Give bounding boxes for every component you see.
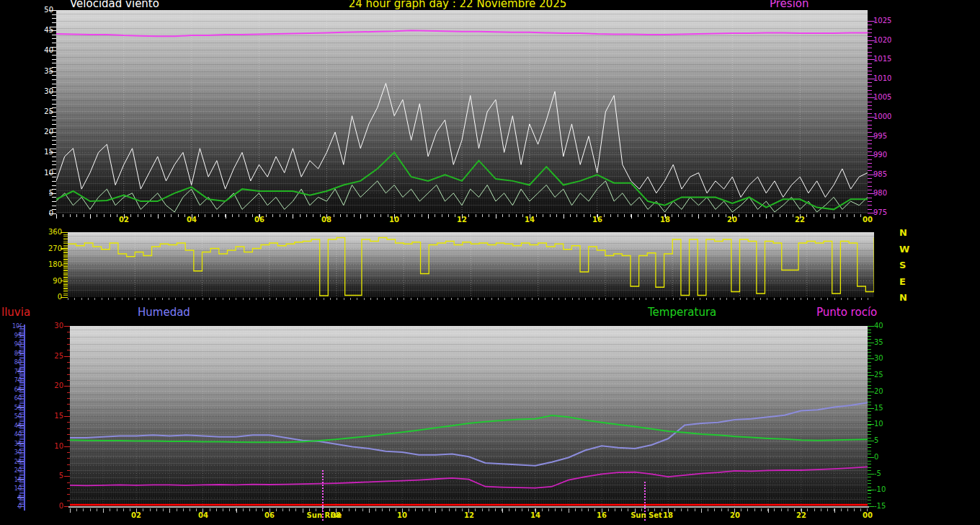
temperature-legend-label: Temperatura [648, 307, 716, 318]
pressure-axis-label: 1020 [873, 37, 891, 44]
temperature-axis-major-ticks [868, 326, 874, 508]
pressure-axis-label: 990 [873, 151, 887, 159]
dew-point-legend-label: Punto rocío [816, 307, 877, 318]
pressure-axis-label: 1000 [873, 113, 891, 120]
humidity-axis-label: 90 [12, 341, 22, 348]
wind-axis-label: 45 [33, 27, 53, 34]
temperature-axis-label: 10 [874, 420, 883, 428]
wind_direction-svg [68, 232, 874, 297]
direction-axis-label: 180 [40, 261, 62, 268]
humidity-legend-label: Humedad [138, 307, 190, 318]
humidity-axis-label: 35 [12, 441, 22, 447]
pressure-axis-label: 1015 [873, 56, 891, 63]
wind-axis-label: 0 [33, 210, 53, 217]
hour-label: 16 [592, 511, 611, 519]
humidity-axis-label: 80 [12, 359, 22, 366]
direction-axis-label: 0 [40, 294, 62, 301]
page-title: 24 hour graph day : 22 Noviembre 2025 [331, 0, 584, 9]
hour-label: 06 [250, 216, 269, 224]
hour-label: 10 [385, 216, 404, 224]
temperature-axis-label: 15 [874, 405, 883, 412]
temperature-axis-label: 30 [874, 355, 883, 362]
humidity-axis-label: 50 [12, 413, 22, 420]
humidity-axis-label: 0 [12, 503, 22, 510]
hour-label: 02 [115, 216, 133, 224]
wind-axis-label: 20 [33, 128, 53, 136]
humidity-axis-label: 20 [12, 467, 22, 474]
wind-speed-title: Velocidad viento [70, 0, 159, 9]
direction-axis-label: 90 [40, 278, 62, 285]
humidity-axis-label: 40 [12, 431, 22, 438]
humidity-axis-label: 85 [12, 350, 22, 357]
hour-label: 22 [792, 511, 811, 519]
pressure-axis-label: 1025 [873, 17, 891, 25]
temperature-axis-label: -10 [874, 486, 886, 493]
rain-axis-label: 5 [45, 472, 63, 480]
humidity-axis-label: 65 [12, 387, 22, 393]
hour-label: 16 [588, 216, 607, 224]
humidity-axis-label: 60 [12, 395, 22, 402]
hour-label: 14 [526, 511, 545, 519]
temperature-axis-label: 20 [874, 388, 883, 395]
hour-label: 22 [790, 216, 809, 224]
pressure-axis-label: 980 [873, 190, 887, 197]
rain-axis-label: 10 [45, 443, 63, 450]
compass-letter: E [899, 277, 906, 286]
pressure-axis-label: 1005 [873, 94, 891, 101]
hour-label: 14 [520, 216, 539, 224]
rain-axis-label: 25 [45, 353, 63, 360]
temperature-axis-label: 0 [874, 454, 878, 461]
direction-axis-label: 360 [40, 229, 62, 236]
humidity-axis-label: 55 [12, 405, 22, 411]
hour-label: 06 [260, 511, 279, 519]
humidity-temperature-plot [70, 326, 868, 506]
wind-axis-label: 10 [33, 169, 53, 177]
humidity-axis-label: 10 [12, 485, 22, 492]
compass-letter: N [899, 228, 907, 237]
wind-axis-label: 25 [33, 108, 53, 115]
wind-axis-label: 40 [33, 47, 53, 54]
hour-label: 10 [393, 511, 411, 519]
humidity-axis-label: 5 [12, 495, 22, 501]
compass-letter: N [899, 293, 907, 302]
hour-label: 00 [858, 511, 877, 519]
hour-label: 20 [726, 511, 744, 519]
humidity-axis-label: 75 [12, 369, 22, 375]
rain-axis-label: 20 [45, 382, 63, 389]
hour-label: 20 [723, 216, 741, 224]
wind-axis-label: 35 [33, 68, 53, 75]
wind-pressure-plot [56, 10, 868, 213]
humidity-axis-bar [24, 325, 25, 511]
hour-label: 12 [453, 216, 471, 224]
humidity-axis-label: 70 [12, 377, 22, 384]
wind-direction-plot [68, 232, 874, 297]
hour-label: 04 [194, 511, 213, 519]
bottom-baseline [68, 506, 869, 508]
compass-letter: S [899, 260, 906, 270]
rain-legend-label: lluvia [1, 307, 30, 318]
pressure-title: Presión [770, 0, 809, 9]
temperature-axis-label: 5 [874, 437, 878, 444]
temperature-axis-label: -15 [874, 503, 886, 510]
rain-axis-label: 30 [45, 322, 63, 330]
temperature-axis-label: -5 [874, 470, 881, 477]
humidity-axis-label: 25 [12, 459, 22, 465]
hour-label: 18 [659, 511, 677, 519]
hour-label: 02 [127, 511, 146, 519]
temperature-axis-label: 35 [874, 339, 883, 346]
humidity-axis-label: 30 [12, 449, 22, 456]
compass-letter: W [899, 244, 909, 254]
rain-axis-major-ticks [64, 326, 70, 508]
pressure-axis-label: 1010 [873, 75, 891, 82]
wind-axis-label: 5 [33, 190, 53, 197]
hour-label: 08 [326, 511, 345, 519]
hour-label: 12 [460, 511, 478, 519]
hour-label: 00 [858, 216, 877, 224]
wind-axis-label: 50 [33, 6, 53, 14]
temperature-axis-label: 25 [874, 371, 883, 379]
wind_pressure-svg [56, 10, 868, 213]
temperature-axis-label: 40 [874, 322, 883, 330]
hour-label: 08 [317, 216, 336, 224]
pressure-axis-label: 985 [873, 171, 887, 178]
humidity-axis-label: 100 [12, 323, 22, 330]
